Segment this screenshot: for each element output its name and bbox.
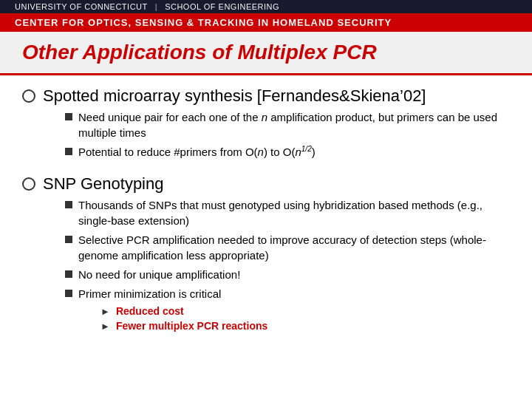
spotted-sub-1: Need unique pair for each one of the n a… <box>65 109 510 140</box>
bullet-snp: SNP Genotyping Thousands of SNPs that mu… <box>22 174 510 341</box>
banner-text: CENTER FOR OPTICS, SENSING & TRACKING IN… <box>15 17 392 28</box>
bullet-spotted-text: Spotted microarray synthesis [Fernandes&… <box>43 86 510 106</box>
snp-square-3 <box>65 270 72 278</box>
header-divider: | <box>155 2 157 11</box>
snp-sub-1: Thousands of SNPs that must genotyped us… <box>65 197 510 228</box>
primer-sub-1-text: Reduced cost <box>116 305 184 317</box>
spotted-sub-2: Potential to reduce #primers from O(n) t… <box>65 144 510 160</box>
header-top: UNIVERSITY OF CONNECTICUT | SCHOOL OF EN… <box>0 0 532 13</box>
school-label: SCHOOL OF ENGINEERING <box>165 2 279 11</box>
snp-square-2 <box>65 236 72 243</box>
snp-square-4 <box>65 290 72 297</box>
bullet-circle-1 <box>22 89 35 103</box>
bullet-circle-2 <box>22 177 35 191</box>
snp-square-1 <box>65 201 72 208</box>
arrow-icon-1: ► <box>100 306 110 317</box>
header-banner: CENTER FOR OPTICS, SENSING & TRACKING IN… <box>0 13 532 32</box>
primer-sub-2: ► Fewer multiplex PCR reactions <box>100 320 267 332</box>
sub-square-1 <box>65 113 72 120</box>
primer-sub-2-text: Fewer multiplex PCR reactions <box>116 320 267 332</box>
sub-square-2 <box>65 148 72 155</box>
bullet-snp-text: SNP Genotyping <box>43 174 510 194</box>
snp-subbullets: Thousands of SNPs that must genotyped us… <box>65 197 510 335</box>
snp-sub-3-text: No need for unique amplification! <box>78 267 240 282</box>
spotted-sub-2-text: Potential to reduce #primers from O(n) t… <box>78 144 316 160</box>
spotted-sub-1-text: Need unique pair for each one of the n a… <box>78 109 510 140</box>
slide-content: Spotted microarray synthesis [Fernandes&… <box>0 75 532 359</box>
primer-sub-1: ► Reduced cost <box>100 305 267 317</box>
snp-sub-4: Primer minimization is critical ► Reduce… <box>65 286 510 335</box>
arrow-icon-2: ► <box>100 321 110 332</box>
bullet-spotted: Spotted microarray synthesis [Fernandes&… <box>22 86 510 166</box>
primer-subbullets: ► Reduced cost ► Fewer multiplex PCR rea… <box>100 305 267 332</box>
snp-sub-1-text: Thousands of SNPs that must genotyped us… <box>78 197 510 228</box>
spotted-subbullets: Need unique pair for each one of the n a… <box>65 109 510 160</box>
university-label: UNIVERSITY OF CONNECTICUT <box>15 2 148 11</box>
slide-title-area: Other Applications of Multiplex PCR <box>0 32 532 75</box>
snp-sub-2-text: Selective PCR amplification needed to im… <box>78 232 510 263</box>
snp-sub-3: No need for unique amplification! <box>65 267 510 282</box>
snp-sub-2: Selective PCR amplification needed to im… <box>65 232 510 263</box>
snp-sub-4-text: Primer minimization is critical <box>78 286 267 301</box>
slide-title: Other Applications of Multiplex PCR <box>22 41 510 64</box>
